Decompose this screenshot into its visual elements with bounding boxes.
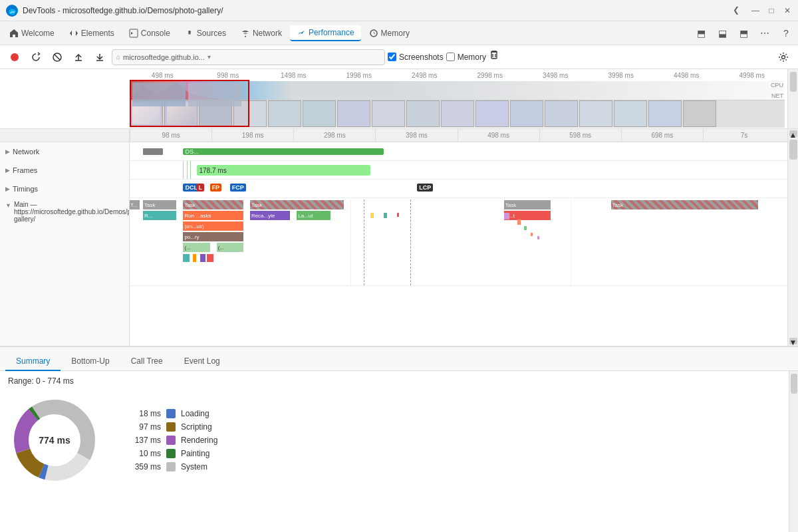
rm-3: 398 ms [375, 129, 457, 142]
tab-call-tree[interactable]: Call Tree [120, 352, 174, 371]
col-mark-1 [350, 200, 351, 285]
tab-network[interactable]: Network [234, 26, 289, 41]
screenshot-16[interactable] [683, 100, 716, 127]
tab-summary[interactable]: Summary [5, 352, 61, 371]
screenshots-checkbox[interactable] [388, 53, 396, 61]
dock-left-button[interactable]: ⬒ [692, 24, 710, 43]
screenshot-14[interactable] [614, 100, 647, 127]
screenshot-3[interactable] [233, 100, 267, 127]
tab-elements[interactable]: Elements [63, 26, 121, 41]
dock-right-button[interactable]: ⬒ [734, 24, 753, 43]
stack-anon2[interactable]: (... [217, 243, 243, 252]
task-2[interactable]: Task [183, 200, 243, 209]
detail-panel: ▶ Network ▶ Frames ▶ Timings ▼ Main — ht… [0, 129, 798, 346]
network-track-label[interactable]: ▶ Network [0, 142, 130, 161]
settings-button[interactable] [774, 48, 793, 66]
stack-small-3[interactable] [200, 254, 205, 262]
frames-label: Frames [13, 166, 37, 174]
minimize-chevron: ❮ [733, 5, 739, 16]
screenshot-11[interactable] [510, 100, 543, 127]
overview-scrollbar [787, 69, 798, 128]
wifi-icon [241, 29, 250, 38]
close-button[interactable]: ✕ [782, 5, 793, 16]
scroll-up-btn[interactable]: ▲ [789, 130, 797, 137]
task-t[interactable]: T... [130, 200, 140, 209]
tab-memory[interactable]: Memory [362, 26, 416, 41]
screenshot-7[interactable] [372, 100, 405, 127]
tab-sources[interactable]: Sources [178, 26, 233, 41]
screenshot-1[interactable] [164, 100, 198, 127]
stack-run-tasks[interactable]: Run ...asks [183, 211, 243, 220]
screenshot-6[interactable] [337, 100, 370, 127]
task-5[interactable]: Task [504, 200, 551, 209]
upload-button[interactable] [69, 48, 88, 66]
timing-fcp: FCP [230, 182, 246, 192]
main-track-label[interactable]: ▼ Main — https://microsoftedge.github.io… [0, 198, 130, 225]
tab-bottom-up[interactable]: Bottom-Up [61, 352, 120, 371]
reload-button[interactable] [27, 48, 45, 66]
screenshot-9[interactable] [441, 100, 474, 127]
legend-scripting: 97 ms Scripting [128, 422, 217, 432]
network-bar-small [143, 148, 163, 155]
frames-track-label[interactable]: ▶ Frames [0, 161, 130, 180]
screenshot-0[interactable] [130, 100, 163, 127]
screenshot-12[interactable] [545, 100, 578, 127]
task-1[interactable]: Task [143, 200, 176, 209]
summary-legend: 18 ms Loading 97 ms Scripting 137 ms [128, 409, 217, 471]
screenshots-checkbox-label[interactable]: Screenshots [388, 53, 444, 62]
more-tools-button[interactable]: ⋯ [755, 24, 774, 43]
summary-body: 774 ms 18 ms Loading 97 ms Sc [8, 394, 781, 487]
record-button[interactable] [5, 48, 24, 66]
scroll-thumb[interactable] [789, 140, 797, 160]
tab-console[interactable]: Console [122, 26, 177, 41]
stack-small-2[interactable] [193, 254, 196, 262]
screenshot-2[interactable] [199, 100, 232, 127]
col-mark-2 [571, 200, 571, 285]
activity-6 [524, 226, 527, 230]
clear-button[interactable] [48, 48, 66, 66]
rm-7: 7s [703, 129, 785, 142]
dock-bottom-button[interactable]: ⬓ [713, 24, 732, 43]
help-button[interactable]: ? [777, 24, 795, 43]
total-ms: 774 ms [39, 435, 70, 446]
task-6[interactable]: Task [611, 200, 758, 209]
bottom-tabs: Summary Bottom-Up Call Tree Event Log [0, 347, 798, 371]
painting-color [166, 449, 176, 458]
trash-icon-btn[interactable] [489, 49, 505, 65]
stack-an-us[interactable]: (an...us) [183, 221, 243, 231]
stack-r[interactable]: R... [143, 211, 176, 220]
minimize-button[interactable]: — [750, 5, 761, 16]
tab-welcome[interactable]: Welcome [3, 26, 61, 41]
bug-icon [185, 29, 194, 38]
stack-la[interactable]: La...ut [297, 211, 330, 220]
screenshot-15[interactable] [648, 100, 682, 127]
stack-reca[interactable]: Reca...yle [250, 211, 290, 220]
main-label: Main — https://microsoftedge.github.io/D… [14, 201, 130, 223]
tab-performance[interactable]: Performance [290, 25, 361, 41]
stack-e-t[interactable]: E...t [504, 211, 551, 220]
activity-8 [537, 236, 539, 239]
stack-anon1[interactable]: (... [183, 243, 209, 252]
overview-panel[interactable]: 498 ms 998 ms 1498 ms 1998 ms 2498 ms 29… [0, 69, 798, 129]
stack-po-ry[interactable]: po...ry [183, 232, 243, 241]
scroll-down-btn[interactable]: ▼ [789, 338, 797, 344]
bottom-scrollbar-thumb[interactable] [791, 374, 797, 394]
tab-event-log[interactable]: Event Log [174, 352, 231, 371]
timings-track-label[interactable]: ▶ Timings [0, 180, 130, 198]
restore-button[interactable]: □ [766, 5, 777, 16]
task-level-3: po...ry [130, 231, 798, 242]
screenshot-10[interactable] [475, 100, 509, 127]
scrollbar-thumb-top[interactable] [790, 72, 797, 92]
screenshot-4[interactable] [268, 100, 301, 127]
memory-checkbox[interactable] [446, 53, 455, 61]
memory-checkbox-label[interactable]: Memory [446, 53, 486, 62]
screenshot-5[interactable] [303, 100, 336, 127]
url-dropdown-icon[interactable]: ▾ [207, 53, 211, 61]
screenshot-8[interactable] [406, 100, 440, 127]
download-button[interactable] [90, 48, 109, 66]
stack-small-4[interactable] [207, 254, 213, 262]
task-3[interactable]: Task [250, 200, 344, 209]
stack-small-1[interactable] [183, 254, 190, 262]
screenshot-13[interactable] [579, 100, 612, 127]
frames-bar: 178.7 ms [197, 165, 370, 176]
